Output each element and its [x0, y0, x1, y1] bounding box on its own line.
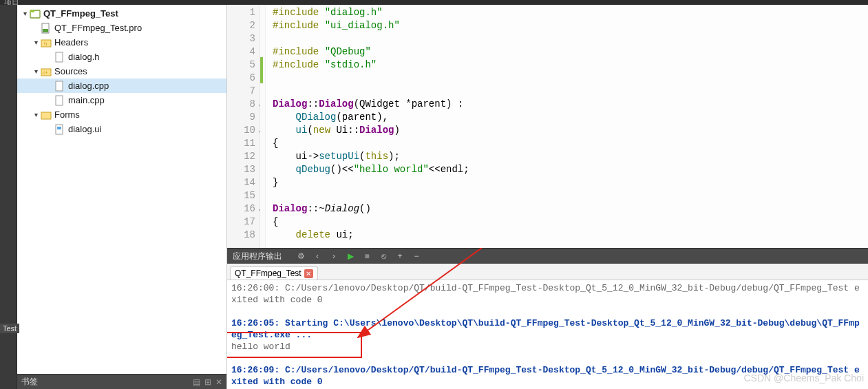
tree-label: main.cpp: [68, 95, 105, 105]
output-line: [231, 306, 864, 317]
output-line: 16:26:00: C:/Users/lenovo/Desktop/QT/bui…: [231, 282, 864, 306]
topbar-left: 项目: [4, 0, 19, 5]
tree-file-dialog-ui[interactable]: dialog.ui: [17, 122, 226, 136]
cpp-file-icon: [54, 95, 65, 106]
svg-rect-10: [56, 96, 63, 105]
add-icon[interactable]: +: [394, 251, 406, 261]
prev-icon[interactable]: ‹: [311, 251, 324, 261]
bookmark-label: 书签: [21, 376, 38, 388]
svg-text:c+: c+: [43, 70, 48, 75]
chevron-down-icon[interactable]: ▾: [31, 67, 41, 75]
output-line: 16:26:05: Starting C:\Users\lenovo\Deskt…: [231, 317, 864, 341]
code-editor[interactable]: 12345678▾910▾111213141516▾1718 #include …: [227, 5, 868, 248]
svg-rect-9: [56, 81, 63, 91]
tree-label: dialog.ui: [68, 124, 101, 134]
remove-icon[interactable]: −: [410, 251, 423, 261]
watermark: CSDN @Cheems_Pak Choi: [744, 372, 865, 383]
cpp-file-icon: [54, 81, 65, 92]
svg-rect-6: [56, 52, 63, 62]
settings-icon[interactable]: ⚙: [295, 251, 307, 261]
output-panel: 应用程序输出 ⚙ ‹ › ▶ ■ ⎋ + − QT_FFmpeg_Test ✕: [227, 248, 868, 389]
tree-label: Sources: [54, 66, 87, 76]
svg-rect-3: [43, 29, 48, 32]
run-icon[interactable]: ▶: [344, 251, 357, 261]
change-mark-bar: [260, 5, 266, 248]
tree-label: Headers: [54, 37, 88, 48]
folder-ui-icon: [41, 109, 52, 120]
tree-forms-folder[interactable]: ▾ Forms: [17, 107, 226, 122]
editor-column: 12345678▾910▾111213141516▾1718 #include …: [227, 5, 868, 389]
chevron-down-icon[interactable]: ▾: [31, 111, 41, 118]
output-toolbar: ⚙ ‹ › ▶ ■ ⎋ + −: [295, 251, 423, 261]
tree-file-dialog-h[interactable]: dialog.h: [17, 50, 226, 64]
svg-rect-11: [41, 112, 51, 119]
tree-headers-folder[interactable]: ▾ h Headers: [17, 35, 226, 50]
tree-label: QT_FFmpeg_Test: [43, 8, 118, 19]
svg-text:h: h: [44, 41, 47, 47]
output-line: hello world: [231, 341, 864, 353]
close-icon[interactable]: ✕: [304, 269, 313, 278]
stop-icon[interactable]: ■: [361, 251, 373, 261]
line-gutter: 12345678▾910▾111213141516▾1718: [227, 5, 260, 248]
main-area: ▾ QT_FFmpeg_Test QT_FFmpeg_Test.pro ▾ h …: [0, 5, 868, 389]
folder-h-icon: h: [41, 37, 52, 48]
output-title: 应用程序输出: [227, 251, 288, 262]
tree-label: dialog.cpp: [68, 81, 109, 91]
output-tab-label: QT_FFmpeg_Test: [235, 269, 301, 278]
bookmark-bar: 书签 ▤ ⊞ ✕: [17, 374, 226, 389]
attach-icon[interactable]: ⎋: [377, 251, 390, 261]
tree-label: dialog.h: [68, 52, 100, 62]
output-tabs: QT_FFmpeg_Test ✕: [227, 264, 868, 280]
tree-label: Forms: [54, 109, 80, 120]
project-tree[interactable]: ▾ QT_FFmpeg_Test QT_FFmpeg_Test.pro ▾ h …: [17, 5, 226, 374]
h-file-icon: [54, 52, 65, 63]
chevron-down-icon[interactable]: ▾: [31, 39, 41, 46]
code-body[interactable]: #include "dialog.h"#include "ui_dialog.h…: [266, 5, 868, 248]
pro-file-icon: [41, 23, 52, 34]
output-line: [231, 353, 864, 364]
tree-file-dialog-cpp[interactable]: dialog.cpp: [17, 78, 226, 93]
output-header: 应用程序输出 ⚙ ‹ › ▶ ■ ⎋ + −: [227, 249, 868, 264]
project-panel: ▾ QT_FFmpeg_Test QT_FFmpeg_Test.pro ▾ h …: [17, 5, 227, 389]
filter-icon[interactable]: ▤: [193, 377, 200, 387]
ui-file-icon: [54, 124, 65, 135]
test-sidebar-label: Test: [0, 324, 19, 333]
close-icon[interactable]: ✕: [215, 377, 222, 387]
svg-rect-1: [30, 10, 34, 12]
top-tab-bar: 项目: [0, 0, 868, 5]
tree-project-root[interactable]: ▾ QT_FFmpeg_Test: [17, 6, 226, 21]
split-icon[interactable]: ⊞: [204, 377, 211, 387]
folder-cpp-icon: c+: [41, 66, 52, 77]
tree-label: QT_FFmpeg_Test.pro: [54, 23, 142, 33]
tree-pro-file[interactable]: QT_FFmpeg_Test.pro: [17, 21, 226, 35]
project-icon: [30, 8, 41, 19]
svg-rect-13: [57, 127, 61, 129]
output-tab[interactable]: QT_FFmpeg_Test ✕: [230, 266, 318, 280]
tree-file-main-cpp[interactable]: main.cpp: [17, 93, 226, 107]
chevron-down-icon[interactable]: ▾: [20, 10, 30, 17]
tree-sources-folder[interactable]: ▾ c+ Sources: [17, 64, 226, 78]
next-icon[interactable]: ›: [328, 251, 340, 261]
